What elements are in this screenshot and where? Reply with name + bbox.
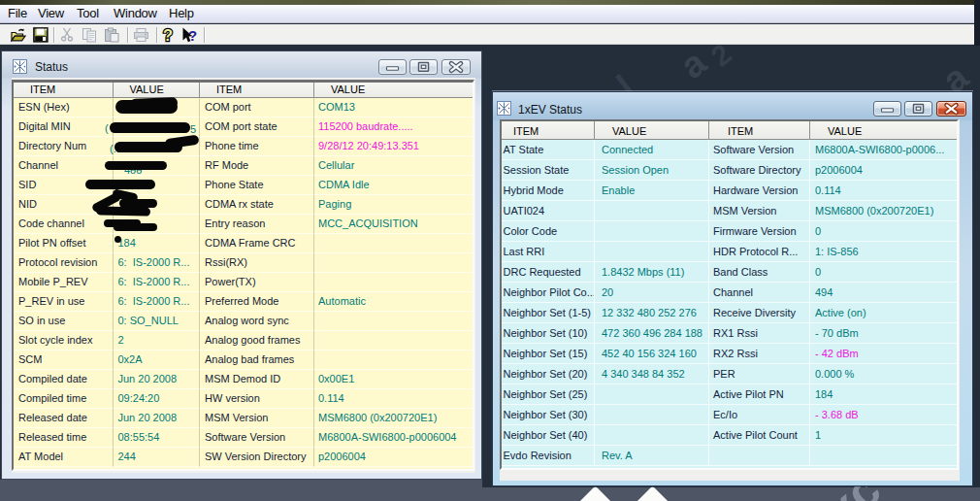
svg-text:?: ? xyxy=(188,27,197,44)
svg-text:?: ? xyxy=(163,26,173,44)
